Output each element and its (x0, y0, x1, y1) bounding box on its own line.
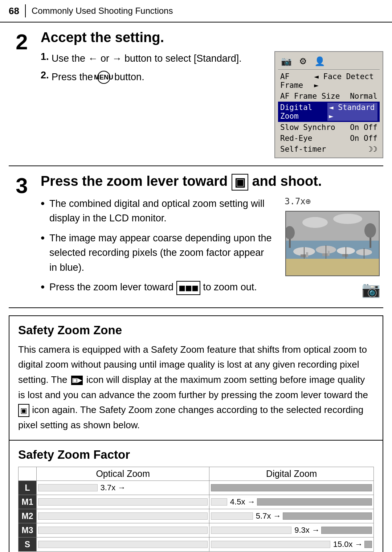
step-3-body: • The combined digital and optical zoom … (41, 196, 383, 300)
bar-light-M1 (38, 498, 208, 506)
bar-light-M2-d (211, 512, 253, 520)
bar-M1-optical (38, 497, 208, 507)
bar-light-M1-d (211, 498, 227, 506)
bullet-dot-1: • (41, 196, 49, 210)
menu-icon: MENU (97, 71, 110, 84)
svg-point-21 (333, 214, 362, 224)
digital-bar-M1: 4.5x → (209, 495, 374, 509)
safety-zoom-icon: ▣▶ (71, 376, 83, 385)
step-2-section: 2 Accept the setting. 1. Use the ← or → … (9, 23, 383, 166)
step-2-number: 2 (16, 31, 28, 53)
optical-bar-M2 (37, 509, 209, 523)
bar-light-M3 (38, 527, 208, 534)
digital-bar-M2: 5.7x → (209, 509, 374, 523)
bar-M3-digital: 9.3x → (211, 526, 372, 535)
step-3-bullets: • The combined digital and optical zoom … (41, 196, 273, 300)
page-number: 68 (9, 5, 19, 17)
bullet-dot-3: • (41, 280, 49, 294)
bar-light-M3-d (211, 527, 291, 534)
bullet-1-text: The combined digital and optical zoom se… (49, 196, 273, 226)
menu-icon-camera: 📷 (281, 56, 292, 66)
step-2-title: Accept the setting. (41, 30, 383, 45)
table-row: M2 5.7x → (19, 509, 374, 523)
optical-bar-L: 3.7x → (37, 481, 209, 495)
page-header: 68 Commonly Used Shooting Functions (0, 0, 392, 23)
bar-M2-optical (38, 511, 208, 521)
table-row: M1 4.5x → (19, 495, 374, 509)
table-row: M3 9.3x → (19, 523, 374, 537)
menu-row-slow-synchro: Slow Synchro On Off (278, 122, 380, 133)
step-2-item-1-num: 1. (41, 51, 52, 62)
step-2-body: 1. Use the ← or → button to select [Stan… (41, 51, 383, 158)
step-2-content: Accept the setting. 1. Use the ← or → bu… (35, 30, 383, 158)
svg-rect-9 (342, 254, 348, 257)
step-3-number: 3 (16, 175, 28, 197)
bar-S-optical (38, 540, 208, 549)
step3-right-panel: 3.7x⊕ (282, 196, 383, 298)
table-row: S 15.0x → (19, 537, 374, 552)
step-2-number-col: 2 (9, 30, 35, 158)
bar-light-L (38, 484, 98, 491)
row-label-L: L (19, 481, 37, 495)
bullet-3-text: Press the zoom lever toward ◼◼◼ to zoom … (49, 280, 257, 295)
menu-row-red-eye: Red-Eye On Off (278, 133, 380, 144)
bar-L-optical: 3.7x → (38, 483, 208, 492)
header-divider (25, 4, 26, 17)
svg-rect-2 (286, 259, 380, 276)
svg-point-20 (302, 217, 328, 228)
bullet-2-text: The image may appear coarse depending up… (49, 231, 273, 275)
bar-dark-L (211, 484, 372, 491)
bullet-2: • The image may appear coarse depending … (41, 231, 273, 275)
camera-hand-icon: 📷 (362, 281, 383, 298)
step-2-item-1: 1. Use the ← or → button to select [Stan… (41, 51, 266, 66)
bar-light-S-d (211, 541, 330, 548)
bar-label-L: 3.7x → (101, 483, 126, 492)
bar-dark-M2 (283, 512, 372, 520)
bar-label-M2: 5.7x → (256, 511, 281, 521)
svg-point-19 (364, 223, 376, 238)
row-label-M3: M3 (19, 523, 37, 537)
row-label-S: S (19, 537, 37, 552)
bar-label-S: 15.0x → (333, 540, 363, 549)
svg-rect-11 (328, 251, 330, 255)
bullet-dot-2: • (41, 231, 49, 245)
zoom-factor-table: Optical Zoom Digital Zoom L 3.7x → (18, 467, 374, 552)
bar-S-digital: 15.0x → (211, 540, 372, 549)
bar-M1-digital: 4.5x → (211, 497, 372, 507)
bar-M2-digital: 5.7x → (211, 511, 372, 521)
step-2-item-2-num: 2. (41, 70, 52, 81)
bar-L-digital (211, 483, 372, 492)
bullet-list: • The combined digital and optical zoom … (41, 196, 273, 295)
step-3-title: Press the zoom lever toward ▣ and shoot. (41, 173, 383, 191)
table-header-row: Optical Zoom Digital Zoom (19, 467, 374, 481)
th-optical: Optical Zoom (37, 467, 209, 481)
th-empty (19, 467, 37, 481)
menu-row-af-size: AF Frame Size Normal (278, 91, 380, 102)
step-3-content: Press the zoom lever toward ▣ and shoot.… (35, 173, 383, 300)
safety-zoom-factor-title: Safety Zoom Factor (18, 448, 374, 462)
beach-photo (285, 211, 380, 276)
step-2-item-2-content: Press the MENU button. (52, 70, 144, 85)
menu-icon-user: 👤 (314, 56, 325, 66)
zoom-display: 3.7x⊕ (282, 196, 311, 207)
digital-bar-M3: 9.3x → (209, 523, 374, 537)
bullet-1: • The combined digital and optical zoom … (41, 196, 273, 226)
step-2-text: 1. Use the ← or → button to select [Stan… (41, 51, 266, 88)
optical-bar-S (37, 537, 209, 552)
camera-menu-header: 📷 ⚙ 👤 (278, 55, 380, 70)
table-row: L 3.7x → (19, 481, 374, 495)
zoom-lever-icon: ▣ (232, 174, 248, 191)
bar-M3-optical (38, 526, 208, 535)
row-label-M1: M1 (19, 495, 37, 509)
th-digital: Digital Zoom (209, 467, 374, 481)
bar-dark-M3 (321, 527, 372, 534)
safety-zoom-zone-text: This camera is equipped with a Safety Zo… (18, 342, 374, 433)
zoom-out-icon: ◼◼◼ (176, 281, 200, 295)
bar-label-M3: 9.3x → (294, 526, 320, 535)
header-subtitle: Commonly Used Shooting Functions (32, 6, 173, 16)
step-3-number-col: 3 (9, 173, 35, 300)
bar-light-M2 (38, 512, 208, 520)
step-2-item-2: 2. Press the MENU button. (41, 70, 266, 85)
step-3-section: 3 Press the zoom lever toward ▣ and shoo… (9, 166, 383, 308)
safety-zoom-zone-title: Safety Zoom Zone (18, 323, 374, 337)
